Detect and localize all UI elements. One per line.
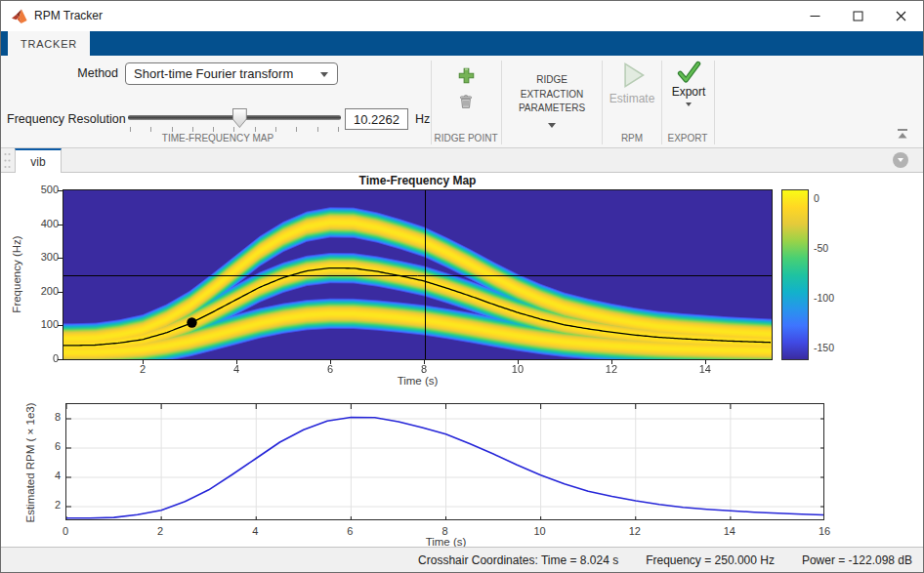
rpm-tracker-window: RPM Tracker TRACKER Method Short-time Fo… bbox=[0, 0, 924, 573]
rpm-plot bbox=[65, 403, 824, 520]
section-label-ridge-point: RIDGE POINT bbox=[429, 133, 503, 145]
document-tabbar: vib bbox=[1, 148, 923, 173]
spectrogram-canvas[interactable] bbox=[63, 190, 772, 359]
chevron-down-icon bbox=[686, 102, 692, 106]
export-button[interactable]: Export bbox=[663, 61, 714, 135]
spectrogram-title: Time-Frequency Map bbox=[63, 174, 772, 187]
tick-label: 8 bbox=[409, 363, 439, 375]
minimize-button[interactable] bbox=[793, 1, 836, 31]
status-crosshair-power: Power = -122.098 dB bbox=[802, 553, 912, 567]
tick-label: 4 bbox=[37, 470, 61, 481]
tick-mark bbox=[518, 360, 519, 364]
tick-label: 2 bbox=[146, 525, 175, 537]
check-icon bbox=[676, 61, 701, 84]
tick-mark bbox=[611, 360, 612, 364]
tick-label: 12 bbox=[597, 363, 626, 375]
tick-label: 16 bbox=[810, 525, 839, 537]
tick-label: 0 bbox=[20, 352, 59, 364]
rpm-ylabel: Estimated RPM ( × 1e3) bbox=[24, 402, 36, 522]
ridge-extraction-parameters-label: RIDGE EXTRACTION PARAMETERS bbox=[505, 73, 599, 116]
section-label-tfm: TIME-FREQUENCY MAP bbox=[60, 133, 376, 145]
tick-label: 6 bbox=[335, 525, 364, 537]
tick-label: 14 bbox=[691, 363, 720, 375]
tick-label: 2 bbox=[37, 499, 61, 511]
frequency-resolution-label: Frequency Resolution bbox=[7, 112, 126, 126]
tick-mark bbox=[58, 325, 63, 326]
estimate-button-label: Estimate bbox=[609, 92, 655, 105]
method-dropdown[interactable]: Short-time Fourier transform bbox=[125, 62, 338, 85]
play-icon bbox=[617, 61, 647, 90]
plus-icon bbox=[458, 67, 475, 84]
trash-icon bbox=[458, 94, 474, 109]
tick-mark bbox=[424, 360, 425, 364]
statusbar: Crosshair Coordinates: Time = 8.024 s Fr… bbox=[1, 547, 923, 572]
toolstrip-tabbar: TRACKER bbox=[1, 31, 923, 56]
titlebar: RPM Tracker bbox=[1, 1, 923, 31]
tick-label: 0 bbox=[51, 525, 80, 537]
tick-mark bbox=[143, 360, 144, 364]
collapse-toolstrip-button[interactable] bbox=[892, 126, 913, 142]
section-label-rpm: RPM bbox=[603, 133, 661, 145]
section-separator bbox=[714, 61, 715, 144]
colorbar bbox=[781, 189, 809, 360]
slider-ticks bbox=[130, 127, 339, 132]
add-ridge-point-button[interactable] bbox=[451, 63, 481, 87]
tick-mark bbox=[58, 190, 63, 191]
chevron-down-icon bbox=[320, 72, 328, 77]
tick-label: 6 bbox=[315, 363, 345, 375]
close-button[interactable] bbox=[879, 1, 922, 31]
tick-label: 10 bbox=[525, 525, 555, 537]
tick-label: 14 bbox=[715, 525, 744, 537]
tab-tracker[interactable]: TRACKER bbox=[8, 31, 90, 56]
tick-label: 2 bbox=[128, 363, 157, 375]
matlab-logo-icon bbox=[11, 8, 28, 24]
tab-vib[interactable]: vib bbox=[15, 148, 62, 173]
export-button-label: Export bbox=[672, 85, 706, 99]
method-label: Method bbox=[1, 66, 118, 80]
tick-label: 4 bbox=[240, 525, 270, 537]
estimate-button[interactable]: Estimate bbox=[605, 61, 659, 129]
tick-mark bbox=[58, 359, 63, 360]
tick-mark bbox=[58, 225, 63, 225]
tick-label: -150 bbox=[814, 342, 849, 353]
hz-unit-label: Hz bbox=[415, 112, 430, 126]
tick-label: 6 bbox=[37, 440, 61, 452]
tick-label: 12 bbox=[620, 525, 650, 537]
frequency-resolution-slider[interactable] bbox=[128, 108, 341, 136]
ridge-extraction-parameters-button[interactable]: RIDGE EXTRACTION PARAMETERS bbox=[505, 60, 599, 143]
document-actions-button[interactable] bbox=[893, 152, 908, 168]
toolstrip: Method Short-time Fourier transform Freq… bbox=[1, 56, 923, 148]
tick-label: 200 bbox=[20, 285, 59, 297]
chevron-down-icon bbox=[898, 158, 903, 162]
slider-thumb[interactable] bbox=[232, 108, 247, 128]
spectrogram-ylabel: Frequency (Hz) bbox=[11, 235, 22, 312]
tick-label: 500 bbox=[20, 184, 59, 195]
section-separator bbox=[501, 61, 502, 144]
window-title: RPM Tracker bbox=[34, 9, 103, 22]
tick-label: 300 bbox=[20, 251, 59, 263]
tick-label: 400 bbox=[20, 218, 59, 229]
tick-mark bbox=[58, 258, 63, 259]
tick-label: 8 bbox=[431, 525, 460, 537]
frequency-resolution-input[interactable] bbox=[345, 108, 408, 130]
tick-label: 8 bbox=[37, 411, 61, 423]
tick-mark bbox=[330, 360, 331, 364]
spectrogram-plot[interactable] bbox=[63, 189, 773, 360]
tick-label: 0 bbox=[814, 192, 849, 204]
maximize-button[interactable] bbox=[836, 1, 879, 31]
tick-label: 10 bbox=[503, 363, 532, 375]
tick-mark bbox=[705, 360, 706, 364]
colorbar-gradient bbox=[782, 190, 808, 359]
spectrogram-xlabel: Time (s) bbox=[63, 375, 772, 387]
drag-grip-icon[interactable] bbox=[3, 151, 12, 170]
status-crosshair-time: Crosshair Coordinates: Time = 8.024 s bbox=[418, 553, 618, 567]
method-dropdown-value: Short-time Fourier transform bbox=[134, 66, 293, 81]
status-crosshair-frequency: Frequency = 250.000 Hz bbox=[646, 553, 775, 567]
tick-label: -100 bbox=[814, 292, 849, 304]
tick-label: 4 bbox=[222, 363, 251, 375]
delete-ridge-point-button[interactable] bbox=[451, 91, 481, 112]
section-label-export: EXPORT bbox=[661, 133, 714, 145]
tick-mark bbox=[58, 292, 63, 293]
tick-mark bbox=[236, 360, 237, 364]
chevron-down-icon bbox=[548, 123, 556, 128]
